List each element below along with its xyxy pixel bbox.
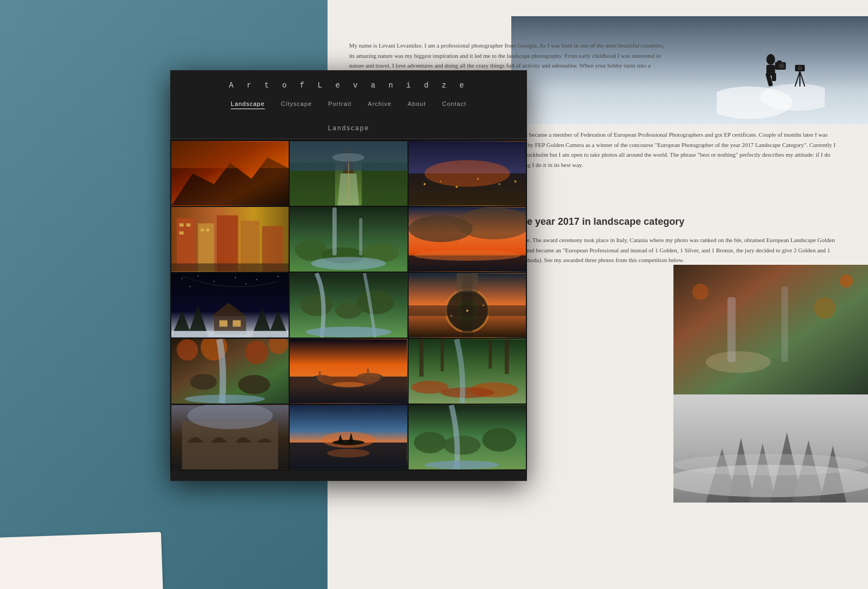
svg-rect-89 (219, 320, 228, 327)
svg-rect-39 (290, 142, 407, 171)
svg-point-77 (213, 281, 215, 282)
svg-point-29 (673, 454, 868, 476)
grid-cell-3[interactable] (409, 141, 526, 206)
svg-point-2 (766, 54, 775, 65)
svg-point-107 (177, 339, 198, 361)
site-header: A r t o f L e v a n i d z e Landscape Ci… (170, 70, 527, 118)
svg-point-99 (457, 300, 478, 322)
svg-point-112 (238, 375, 270, 394)
svg-point-142 (443, 436, 480, 455)
nav-archive[interactable]: Archive (368, 101, 392, 109)
svg-rect-74 (171, 273, 289, 338)
grid-cell-4[interactable] (171, 207, 289, 272)
svg-rect-59 (201, 229, 204, 231)
svg-point-118 (357, 373, 383, 383)
svg-rect-61 (171, 263, 289, 271)
main-window: A r t o f L e v a n i d z e Landscape Ci… (170, 70, 527, 481)
nav-about[interactable]: About (408, 101, 426, 109)
grid-cell-1[interactable] (171, 141, 289, 206)
svg-rect-51 (177, 218, 196, 271)
svg-point-143 (482, 428, 516, 451)
svg-rect-115 (290, 377, 407, 403)
svg-rect-5 (772, 73, 776, 81)
svg-rect-134 (290, 443, 407, 469)
svg-rect-97 (409, 273, 526, 338)
svg-marker-139 (349, 433, 354, 443)
grid-cell-13[interactable] (171, 405, 289, 470)
svg-point-144 (424, 460, 499, 469)
grid-cell-7[interactable] (171, 273, 289, 338)
svg-marker-35 (343, 147, 354, 173)
svg-rect-33 (290, 142, 407, 206)
grid-cell-8[interactable] (290, 273, 407, 338)
svg-marker-83 (171, 311, 193, 337)
svg-rect-38 (362, 163, 408, 205)
svg-rect-56 (179, 223, 184, 226)
svg-point-111 (190, 374, 217, 390)
svg-rect-30 (171, 142, 289, 206)
svg-point-78 (235, 277, 236, 278)
svg-rect-66 (332, 208, 337, 256)
nav-portrait[interactable]: Portrait (328, 101, 351, 109)
svg-rect-92 (290, 273, 407, 338)
svg-rect-41 (409, 142, 526, 206)
svg-rect-91 (171, 331, 289, 337)
svg-point-135 (322, 432, 376, 448)
nav-contact[interactable]: Contact (442, 101, 466, 109)
svg-point-137 (332, 440, 364, 445)
forest-photo (673, 394, 868, 503)
grid-cell-14[interactable] (290, 405, 407, 470)
svg-point-113 (185, 394, 265, 403)
svg-point-121 (317, 366, 381, 387)
svg-point-80 (278, 276, 279, 277)
svg-rect-140 (409, 405, 526, 470)
svg-point-70 (409, 216, 473, 242)
svg-point-93 (301, 294, 332, 316)
svg-rect-122 (409, 339, 526, 404)
svg-rect-58 (179, 231, 184, 235)
grid-cell-6[interactable] (409, 207, 526, 272)
grid-cell-11[interactable] (290, 339, 407, 404)
svg-point-104 (482, 305, 484, 306)
svg-rect-17 (782, 286, 788, 362)
svg-point-96 (306, 327, 391, 338)
svg-marker-88 (211, 303, 246, 316)
svg-point-71 (457, 208, 526, 239)
grid-cell-15[interactable] (409, 405, 526, 470)
svg-rect-100 (462, 273, 472, 338)
grid-cell-10[interactable] (171, 339, 289, 404)
svg-marker-138 (338, 434, 343, 443)
grid-cell-5[interactable] (290, 207, 407, 272)
svg-point-46 (477, 178, 479, 180)
site-title: A r t o f L e v a n i d z e (170, 81, 527, 90)
photo-grid (170, 140, 527, 471)
svg-point-141 (414, 432, 446, 453)
svg-rect-87 (214, 316, 246, 335)
nav-landscape[interactable]: Landscape (231, 101, 265, 109)
grid-cell-12[interactable] (409, 339, 526, 404)
svg-rect-8 (777, 61, 782, 63)
svg-rect-16 (727, 297, 736, 362)
svg-point-7 (779, 63, 784, 69)
svg-rect-62 (290, 208, 407, 272)
svg-point-120 (332, 382, 364, 387)
svg-point-44 (439, 180, 441, 182)
svg-point-43 (423, 183, 425, 185)
svg-rect-114 (290, 339, 407, 404)
svg-rect-69 (409, 208, 526, 272)
grid-cell-9[interactable] (409, 273, 526, 338)
award-text: of Europe. The award ceremony took place… (506, 235, 836, 265)
navigation: Landscape Cityscape Portrait Archive Abo… (170, 97, 527, 112)
svg-point-98 (446, 289, 489, 332)
svg-point-94 (357, 291, 394, 314)
svg-point-65 (362, 243, 399, 263)
svg-marker-86 (268, 311, 289, 337)
svg-rect-90 (233, 320, 241, 327)
nav-cityscape[interactable]: Cityscape (281, 101, 312, 109)
grid-cell-2[interactable] (290, 141, 407, 206)
svg-point-132 (188, 405, 273, 429)
page-title: Landscape (170, 118, 527, 139)
svg-point-116 (311, 375, 333, 384)
svg-point-48 (514, 180, 516, 183)
svg-marker-84 (188, 305, 209, 337)
